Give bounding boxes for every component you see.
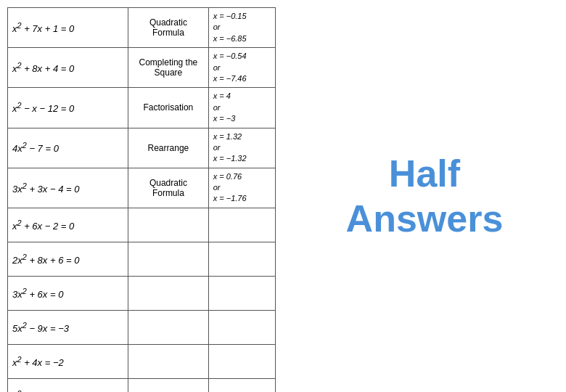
answer-cell	[208, 242, 275, 276]
method-cell	[128, 242, 209, 276]
equations-table: x2 + 7x + 1 = 0Quadratic Formulax = −0.1…	[7, 7, 276, 392]
equation-cell: x2 + 8x + 4 = 0	[8, 48, 128, 88]
worksheet-table-section: x2 + 7x + 1 = 0Quadratic Formulax = −0.1…	[0, 0, 283, 392]
table-row: x2 + 4x = −2	[8, 344, 276, 378]
method-cell: Quadratic Formula	[128, 168, 209, 208]
table-row: x2 + 6x − 2 = 0	[8, 208, 276, 242]
answer-cell: x = 4orx = −3	[208, 88, 275, 128]
answer-cell	[208, 208, 275, 242]
answer-cell	[208, 344, 275, 378]
table-row: 2x2 + 8x + 6 = 0	[8, 242, 276, 276]
method-cell	[128, 344, 209, 378]
method-cell: Completing the Square	[128, 48, 209, 88]
equation-cell: 5x2 − 9x = −3	[8, 310, 128, 344]
equation-cell: 3x2 + 3x − 4 = 0	[8, 168, 128, 208]
equation-cell: 4x2 − 7 = 0	[8, 128, 128, 168]
equation-cell: x2 + 2x = 8	[8, 378, 128, 392]
method-cell	[128, 208, 209, 242]
method-cell: Factorisation	[128, 88, 209, 128]
table-row: x2 − x − 12 = 0Factorisationx = 4orx = −…	[8, 88, 276, 128]
answer-cell	[208, 310, 275, 344]
answer-cell: x = −0.54orx = −7.46	[208, 48, 275, 88]
method-cell	[128, 310, 209, 344]
answer-cell: x = 0.76orx = −1.76	[208, 168, 275, 208]
equation-cell: x2 + 6x − 2 = 0	[8, 208, 128, 242]
page-title: HalfAnswers	[346, 151, 504, 242]
table-row: x2 + 7x + 1 = 0Quadratic Formulax = −0.1…	[8, 8, 276, 48]
table-row: 5x2 − 9x = −3	[8, 310, 276, 344]
equation-cell: 2x2 + 8x + 6 = 0	[8, 242, 128, 276]
method-cell: Rearrange	[128, 128, 209, 168]
answer-cell: x = −0.15orx = −6.85	[208, 8, 275, 48]
method-cell: Quadratic Formula	[128, 8, 209, 48]
answer-cell	[208, 378, 275, 392]
table-row: x2 + 8x + 4 = 0Completing the Squarex = …	[8, 48, 276, 88]
table-row: 4x2 − 7 = 0Rearrangex = 1.32orx = −1.32	[8, 128, 276, 168]
table-row: 3x2 + 3x − 4 = 0Quadratic Formulax = 0.7…	[8, 168, 276, 208]
answer-cell: x = 1.32orx = −1.32	[208, 128, 275, 168]
method-cell	[128, 378, 209, 392]
method-cell	[128, 276, 209, 310]
equation-cell: x2 + 4x = −2	[8, 344, 128, 378]
equation-cell: 3x2 + 6x = 0	[8, 276, 128, 310]
equation-cell: x2 + 7x + 1 = 0	[8, 8, 128, 48]
equation-cell: x2 − x − 12 = 0	[8, 88, 128, 128]
answer-cell	[208, 276, 275, 310]
table-row: 3x2 + 6x = 0	[8, 276, 276, 310]
title-section: HalfAnswers	[283, 0, 566, 392]
table-row: x2 + 2x = 8	[8, 378, 276, 392]
